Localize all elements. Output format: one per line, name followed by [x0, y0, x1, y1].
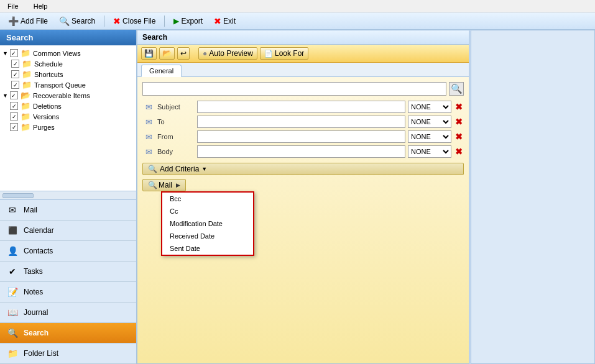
tree-label: Transport Queue	[34, 81, 86, 89]
menu-item-bcc[interactable]: Bcc	[162, 193, 253, 205]
auto-preview-icon: ●	[203, 49, 207, 58]
search-toolbar: 💾 📂 ↩ ● Auto Preview 📄 Look For	[137, 45, 469, 63]
criteria-condition-from[interactable]: NONE	[408, 130, 451, 143]
criteria-condition-subject[interactable]: NONE	[408, 101, 451, 113]
undo-btn[interactable]: ↩	[177, 47, 190, 60]
save-btn[interactable]: 💾	[141, 47, 157, 60]
checkbox-versions[interactable]: ✓	[10, 112, 18, 121]
tree-label: Purges	[33, 124, 55, 131]
menu-item-sent-date[interactable]: Sent Date	[162, 242, 253, 255]
menu-item-received-date[interactable]: Received Date	[162, 230, 253, 242]
close-file-button[interactable]: ✖ Close File	[109, 14, 160, 28]
menu-item-cc[interactable]: Cc	[162, 205, 253, 217]
tree-label: Versions	[33, 113, 59, 121]
tab-general[interactable]: General	[141, 65, 182, 77]
criteria-label-subject: Subject	[157, 103, 195, 111]
tree-item-schedule[interactable]: ✓ 📁 Schedule	[0, 58, 136, 69]
folder-icon: 📁	[22, 80, 32, 89]
nav-label: Tasks	[24, 267, 43, 276]
search-execute-button[interactable]: 🔍	[449, 82, 464, 96]
checkbox-schedule[interactable]: ✓	[11, 60, 19, 68]
tree-item-shortcuts[interactable]: ✓ 📁 Shortcuts	[0, 69, 136, 80]
contacts-icon: 👤	[6, 245, 19, 257]
menu-help[interactable]: Help	[30, 1, 52, 11]
tree-item-transport-queue[interactable]: ✓ 📁 Transport Queue	[0, 80, 136, 90]
delete-body-button[interactable]: ✖	[454, 147, 464, 157]
tree-item-purges[interactable]: ✓ 📁 Purges	[0, 122, 136, 132]
look-for-btn[interactable]: 📄 Look For	[260, 47, 308, 60]
mail-dropdown-menu: Bcc Cc Modification Date Received Date S…	[161, 191, 254, 256]
nav-tasks[interactable]: ✔ Tasks	[0, 262, 136, 282]
tree-label: Recoverable Items	[33, 92, 90, 99]
close-file-icon: ✖	[113, 16, 121, 26]
criteria-input-body[interactable]	[197, 145, 405, 158]
nav-contacts[interactable]: 👤 Contacts	[0, 241, 136, 262]
export-button[interactable]: ▶ Export	[169, 15, 207, 27]
tree-item-common-views[interactable]: ▼ ✓ 📁 Common Views	[0, 48, 136, 58]
empty-right-panel	[471, 30, 595, 364]
export-label: Export	[181, 17, 203, 25]
scrollbar-thumb	[2, 193, 34, 198]
nav-label: Calendar	[24, 226, 54, 235]
search-button[interactable]: 🔍 Search	[55, 14, 99, 28]
checkbox-purges[interactable]: ✓	[10, 123, 18, 131]
tasks-icon: ✔	[6, 265, 19, 278]
folder-icon: 📁	[21, 122, 30, 132]
checkbox-recoverable[interactable]: ✓	[10, 91, 18, 99]
tree-item-versions[interactable]: ✓ 📁 Versions	[0, 111, 136, 122]
delete-subject-button[interactable]: ✖	[454, 102, 464, 112]
tree-item-recoverable[interactable]: ▼ ✓ 📂 Recoverable Items	[0, 90, 136, 101]
auto-preview-btn[interactable]: ● Auto Preview	[198, 47, 257, 60]
search-content: 🔍 ✉ Subject NONE ✖ ✉	[137, 77, 469, 363]
close-file-label: Close File	[122, 17, 155, 25]
checkbox-deletions[interactable]: ✓	[10, 102, 18, 110]
main-search-input[interactable]	[142, 82, 446, 96]
search-panel-title: Search	[137, 30, 469, 45]
calendar-icon: ⬛	[6, 224, 19, 237]
criteria-condition-body[interactable]: NONE	[408, 145, 451, 158]
criteria-row-from: ✉ From NONE ✖	[142, 130, 464, 143]
checkbox-common-views[interactable]: ✓	[10, 49, 18, 57]
checkbox-transport[interactable]: ✓	[11, 81, 19, 89]
nav-mail[interactable]: ✉ Mail	[0, 200, 136, 221]
main-container: Search ▼ ✓ 📁 Common Views ✓ 📁 Schedule ✓	[0, 30, 595, 364]
mail-submenu-trigger[interactable]: 🔍 Mail ▶	[142, 179, 186, 191]
criteria-row-subject: ✉ Subject NONE ✖	[142, 101, 464, 113]
delete-to-button[interactable]: ✖	[454, 117, 464, 127]
checkbox-shortcuts[interactable]: ✓	[11, 70, 19, 78]
add-file-label: Add File	[21, 17, 48, 25]
folder-icon: 📁	[21, 101, 30, 111]
auto-preview-label: Auto Preview	[209, 49, 253, 58]
nav-search[interactable]: 🔍 Search	[0, 323, 136, 344]
delete-from-button[interactable]: ✖	[454, 132, 464, 142]
open-btn[interactable]: 📂	[159, 47, 175, 60]
right-panel: Search 💾 📂 ↩ ● Auto Preview 📄 Look For	[137, 30, 595, 364]
add-file-button[interactable]: ➕ Add File	[4, 14, 52, 28]
mail-icon: ✉	[6, 204, 19, 216]
criteria-label-from: From	[157, 133, 195, 140]
nav-journal[interactable]: 📖 Journal	[0, 303, 136, 323]
nav-notes[interactable]: 📝 Notes	[0, 282, 136, 303]
nav-folder-list[interactable]: 📁 Folder List	[0, 344, 136, 364]
tree-item-deletions[interactable]: ✓ 📁 Deletions	[0, 101, 136, 111]
search-box-row: 🔍	[142, 82, 464, 96]
nav-label: Search	[24, 329, 48, 337]
exit-button[interactable]: ✖ Exit	[210, 14, 240, 28]
add-criteria-label: Add Criteria	[160, 165, 199, 173]
right-panel-inner: Search 💾 📂 ↩ ● Auto Preview 📄 Look For	[137, 30, 595, 364]
horizontal-scrollbar[interactable]	[0, 191, 136, 200]
tab-bar: General	[137, 63, 469, 77]
separator-2	[164, 16, 165, 27]
exit-icon: ✖	[214, 16, 221, 26]
menu-item-modification-date[interactable]: Modification Date	[162, 217, 253, 230]
tree-area: ▼ ✓ 📁 Common Views ✓ 📁 Schedule ✓ 📁 Shor…	[0, 45, 136, 191]
criteria-input-to[interactable]	[197, 116, 405, 128]
menu-bar: File Help	[0, 0, 595, 12]
menu-file[interactable]: File	[4, 1, 22, 11]
search-icon: 🔍	[59, 16, 70, 26]
criteria-input-subject[interactable]	[197, 101, 405, 113]
criteria-input-from[interactable]	[197, 130, 405, 143]
add-criteria-button[interactable]: 🔍 Add Criteria ▼	[142, 163, 464, 175]
nav-calendar[interactable]: ⬛ Calendar	[0, 221, 136, 241]
criteria-condition-to[interactable]: NONE	[408, 116, 451, 128]
